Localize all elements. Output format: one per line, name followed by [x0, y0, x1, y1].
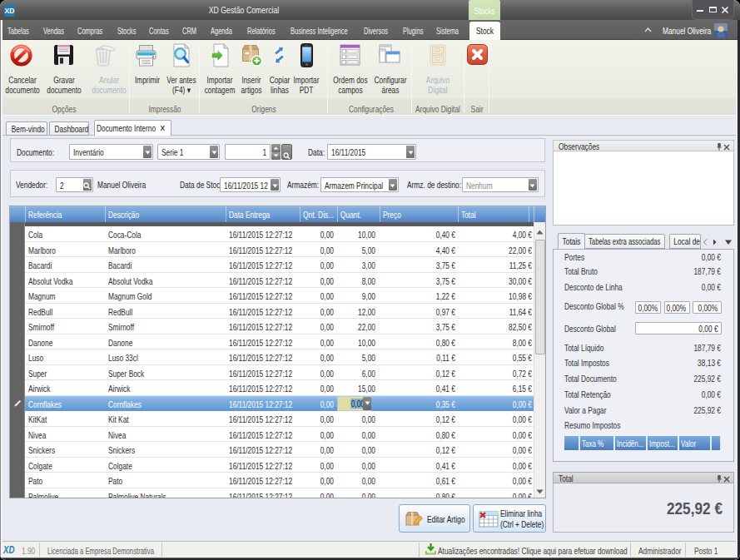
- svg-text:XD: XD: [5, 7, 15, 15]
